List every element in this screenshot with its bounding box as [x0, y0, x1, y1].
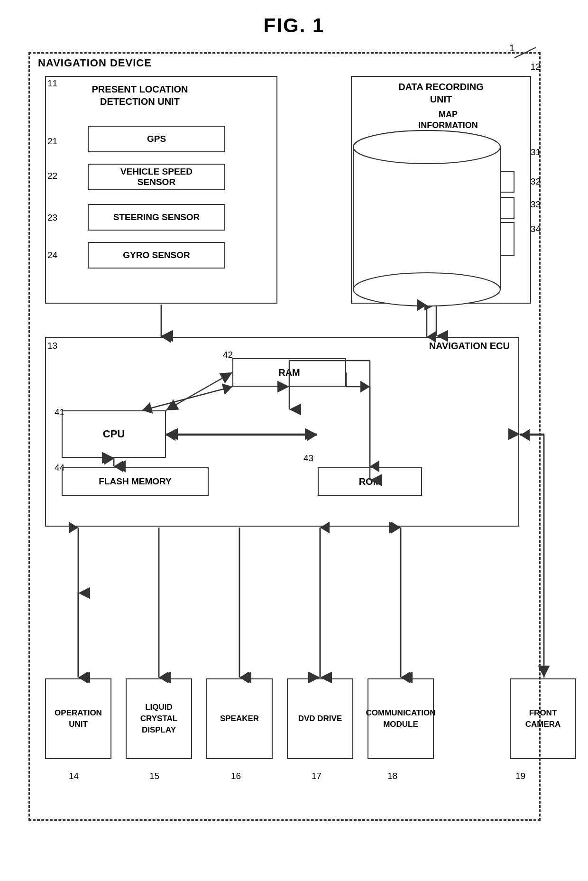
ref-21: 21: [47, 136, 57, 147]
ref-43: 43: [303, 453, 313, 464]
ss-box: STEERING SENSOR: [88, 204, 225, 231]
page: FIG. 1 1 NAVIGATION DEVICE 11 PRESENT LO…: [0, 0, 588, 881]
comm-module-box: COMMUNICATIONMODULE: [368, 678, 434, 759]
nav-ecu-label: NAVIGATION ECU: [429, 341, 510, 352]
ref-17: 17: [312, 771, 322, 781]
op-unit-box: OPERATIONUNIT: [45, 678, 111, 759]
speaker-box: SPEAKER: [206, 678, 273, 759]
dvd-drive-box: DVD DRIVE: [287, 678, 353, 759]
branch-data-box: BRANCHPOINT DATA: [401, 222, 514, 256]
db-dots: · · ·: [450, 265, 465, 277]
ref-24: 24: [47, 250, 57, 260]
dru-label: DATA RECORDINGUNIT: [389, 81, 493, 105]
node-data-box: NODE DATA: [401, 197, 514, 219]
ref-44: 44: [55, 463, 64, 473]
ref-22: 22: [47, 171, 57, 181]
ref-41: 41: [55, 407, 64, 417]
vss-box: VEHICLE SPEEDSENSOR: [88, 164, 225, 190]
ref-32: 32: [531, 176, 541, 187]
front-camera-box: FRONT CAMERA: [510, 678, 576, 759]
nav-device-label: NAVIGATION DEVICE: [38, 57, 152, 69]
ref-12: 12: [531, 62, 541, 72]
ref-42: 42: [223, 350, 233, 360]
pldu-label: PRESENT LOCATIONDETECTION UNIT: [74, 83, 206, 108]
figure-title: FIG. 1: [0, 0, 588, 37]
ref-34: 34: [531, 224, 541, 234]
link-data-box: LINK DATA: [401, 171, 514, 193]
ref-31: 31: [531, 147, 541, 158]
flash-memory-box: FLASH MEMORY: [62, 467, 209, 496]
lcd-box: LIQUID CRYSTALDISPLAY: [126, 678, 192, 759]
gyro-box: GYRO SENSOR: [88, 242, 225, 269]
ref-23: 23: [47, 213, 57, 223]
ref-15: 15: [149, 771, 159, 781]
ref-18: 18: [387, 771, 397, 781]
ram-box: RAM: [232, 358, 346, 387]
ref-13: 13: [47, 341, 57, 351]
ref-14: 14: [69, 771, 79, 781]
ref-33: 33: [531, 199, 541, 210]
ref-19: 19: [515, 771, 525, 781]
rom-box: ROM: [318, 467, 422, 496]
cpu-box: CPU: [62, 410, 166, 458]
ref-16: 16: [231, 771, 241, 781]
gps-box: GPS: [88, 126, 225, 152]
